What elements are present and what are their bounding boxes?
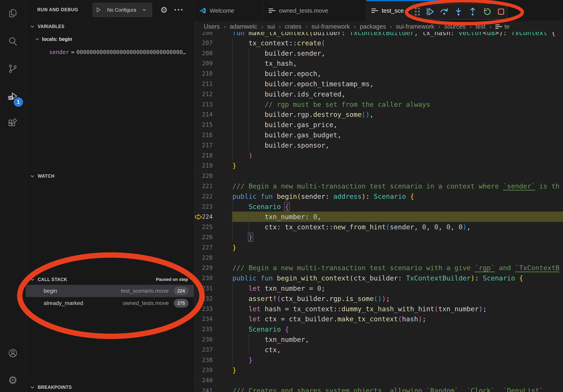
- line-number[interactable]: 219: [194, 160, 213, 171]
- code-line[interactable]: 228: [194, 253, 563, 263]
- breakpoints-section-header[interactable]: BREAKPOINTS: [26, 382, 194, 392]
- code-line[interactable]: 215 builder.gas_price,: [194, 120, 563, 130]
- breadcrumb-item[interactable]: sui-framework: [311, 23, 350, 30]
- breadcrumb-item[interactable]: sources: [444, 23, 466, 30]
- line-number[interactable]: 234: [194, 314, 213, 324]
- line-number[interactable]: 218: [194, 150, 213, 161]
- code-line[interactable]: 224 txn_number: 0,: [194, 212, 563, 222]
- settings-gear-icon[interactable]: ⚙: [3, 371, 22, 390]
- line-number[interactable]: 235: [194, 324, 213, 334]
- line-number[interactable]: 233: [194, 304, 213, 314]
- code-line[interactable]: 211 builder.epoch_timestamp_ms,: [194, 79, 563, 89]
- code-line[interactable]: 237 ctx,: [194, 345, 563, 355]
- line-number[interactable]: 216: [194, 130, 213, 140]
- explorer-icon[interactable]: [3, 4, 22, 23]
- line-number[interactable]: 209: [194, 58, 213, 68]
- breadcrumb-item[interactable]: te: [495, 23, 510, 30]
- line-number[interactable]: 236: [194, 334, 213, 345]
- line-number[interactable]: 228: [194, 253, 213, 263]
- code-line[interactable]: 221/// Begin a new multi-transaction tes…: [194, 181, 563, 191]
- code-line[interactable]: 240: [194, 375, 563, 385]
- code-line[interactable]: 230public fun begin_with_context(ctx_bui…: [194, 273, 563, 283]
- toolbar-drag-handle-icon[interactable]: [415, 8, 420, 16]
- code-line[interactable]: 213 // rgp must be set from the caller a…: [194, 99, 563, 110]
- code-line[interactable]: 210 builder.epoch,: [194, 68, 563, 79]
- breadcrumb-item[interactable]: sui-framework: [396, 23, 434, 30]
- line-number[interactable]: 215: [194, 120, 213, 130]
- debug-step-out-button[interactable]: [467, 6, 479, 18]
- more-actions-icon[interactable]: ···: [173, 4, 184, 15]
- code-line[interactable]: 236 txn_number,: [194, 334, 563, 345]
- code-line[interactable]: 219}: [194, 160, 563, 171]
- line-number[interactable]: 212: [194, 89, 213, 99]
- start-debugging-icon[interactable]: [93, 3, 104, 17]
- line-number[interactable]: 226: [194, 232, 213, 242]
- tab-owned-tests[interactable]: owned_tests.move: [264, 0, 366, 21]
- call-stack-frame[interactable]: already_marked owned_tests.move 275: [26, 297, 194, 309]
- line-number[interactable]: 241: [194, 385, 213, 392]
- breadcrumb-item[interactable]: test: [476, 23, 486, 30]
- line-number[interactable]: 225: [194, 222, 213, 232]
- line-number[interactable]: 207: [194, 38, 213, 48]
- code-line[interactable]: 225 ctx: tx_context::new_from_hint(sende…: [194, 222, 563, 232]
- line-number[interactable]: 223: [194, 202, 213, 212]
- debug-step-into-button[interactable]: [452, 6, 465, 18]
- code-line[interactable]: 229/// Begin a new multi-transaction tes…: [194, 263, 563, 273]
- source-control-icon[interactable]: [3, 59, 22, 78]
- line-number[interactable]: 210: [194, 68, 213, 79]
- code-line[interactable]: 232 assert!(ctx_builder.rgp.is_some());: [194, 293, 563, 304]
- code-line[interactable]: 235 Scenario {: [194, 324, 563, 334]
- breadcrumb-item[interactable]: crates: [285, 23, 301, 30]
- line-number[interactable]: 208: [194, 48, 213, 58]
- variables-scope-row[interactable]: locals: begin: [35, 34, 72, 44]
- code-line[interactable]: 222public fun begin(sender: address): Sc…: [194, 191, 563, 202]
- code-line[interactable]: 226 }: [194, 232, 563, 242]
- line-number[interactable]: 229: [194, 263, 213, 273]
- line-number[interactable]: 227: [194, 242, 213, 253]
- debug-continue-button[interactable]: [424, 6, 436, 18]
- code-line[interactable]: 208 builder.sender,: [194, 48, 563, 58]
- line-number[interactable]: 240: [194, 375, 213, 385]
- account-icon[interactable]: [3, 344, 22, 362]
- variable-row[interactable]: sender = 0000000000000000000000000000000…: [49, 47, 186, 57]
- code-line[interactable]: 218 ): [194, 150, 563, 161]
- line-number[interactable]: 238: [194, 355, 213, 365]
- line-number[interactable]: 230: [194, 273, 213, 283]
- code-line[interactable]: 217 builder.sponsor,: [194, 140, 563, 150]
- call-stack-frame[interactable]: begin test_scenario.move 224: [26, 285, 194, 297]
- breadcrumb-item[interactable]: adamwelc: [230, 23, 257, 30]
- code-line[interactable]: 234 let ctx = ctx_builder.make_tx_contex…: [194, 314, 563, 324]
- line-number[interactable]: 214: [194, 109, 213, 120]
- code-line[interactable]: 241/// Creates and shares system objects…: [194, 385, 563, 392]
- code-line[interactable]: 231 let txn_number = 0;: [194, 283, 563, 293]
- line-number[interactable]: 239: [194, 365, 213, 375]
- code-line[interactable]: 212 builder.ids_created,: [194, 89, 563, 99]
- search-icon[interactable]: [3, 32, 22, 51]
- line-number[interactable]: 231: [194, 283, 213, 293]
- line-number[interactable]: 221: [194, 181, 213, 191]
- line-number[interactable]: 232: [194, 293, 213, 304]
- breadcrumb-item[interactable]: sui: [267, 23, 275, 30]
- debug-settings-gear-icon[interactable]: ⚙: [158, 4, 169, 15]
- line-number[interactable]: 222: [194, 191, 213, 202]
- line-number[interactable]: 213: [194, 99, 213, 110]
- line-number[interactable]: 220: [194, 171, 213, 181]
- tab-welcome[interactable]: Welcome: [194, 0, 264, 21]
- line-number[interactable]: 217: [194, 140, 213, 150]
- variables-section-header[interactable]: VARIABLES: [26, 22, 194, 31]
- call-stack-section-header[interactable]: CALL STACK Paused on step: [26, 275, 194, 284]
- code-line[interactable]: 220: [194, 171, 563, 181]
- breadcrumb-item[interactable]: Users: [204, 23, 220, 30]
- code-line[interactable]: 209 tx_hash,: [194, 58, 563, 68]
- extensions-icon[interactable]: [3, 114, 22, 133]
- code-line[interactable]: 207 tx_context::create(: [194, 38, 563, 48]
- code-line[interactable]: 239}: [194, 365, 563, 375]
- code-line[interactable]: 223 Scenario {: [194, 202, 563, 212]
- breadcrumb-item[interactable]: packages: [360, 23, 386, 30]
- debug-stop-button[interactable]: [495, 6, 507, 18]
- debug-config-picker[interactable]: No Configura: [92, 3, 152, 17]
- watch-section-header[interactable]: WATCH: [26, 171, 194, 181]
- code-line[interactable]: 238 }: [194, 355, 563, 365]
- code-line[interactable]: 216 builder.gas_budget,: [194, 130, 563, 140]
- code-line[interactable]: 227}: [194, 242, 563, 253]
